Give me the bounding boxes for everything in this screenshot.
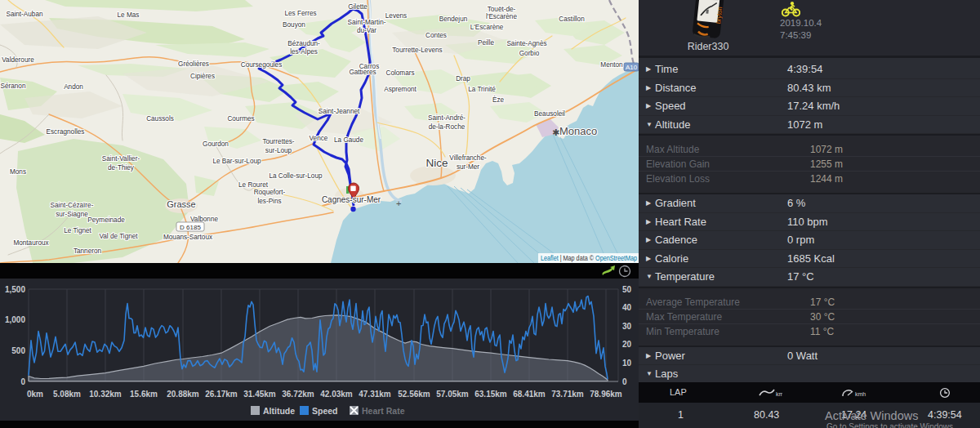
- svg-text:✱: ✱: [552, 127, 559, 137]
- svg-text:+: +: [396, 198, 401, 208]
- svg-text:Courmes: Courmes: [227, 115, 254, 123]
- svg-text:Speed: Speed: [312, 406, 338, 416]
- svg-text:Gourdon: Gourdon: [203, 140, 229, 148]
- svg-text:D 6185: D 6185: [180, 224, 201, 231]
- svg-text:Beausoleil: Beausoleil: [534, 110, 565, 118]
- svg-text:Saint-André-: Saint-André-: [428, 114, 466, 122]
- svg-text:Tourrettes-: Tourrettes-: [262, 138, 294, 145]
- svg-text:Heart Rate: Heart Rate: [362, 406, 405, 416]
- svg-text:Andon: Andon: [64, 83, 83, 91]
- svg-text:Séranon: Séranon: [1, 82, 26, 90]
- svg-text:Monaco: Monaco: [559, 125, 597, 137]
- svg-text:sur-Loup: sur-Loup: [265, 147, 292, 154]
- svg-text:du-Var: du-Var: [357, 27, 376, 34]
- svg-text:Vence: Vence: [310, 135, 328, 142]
- svg-text:Roquefort-: Roquefort-: [254, 189, 286, 196]
- svg-text:1,000: 1,000: [5, 315, 25, 324]
- svg-text:Gorbio: Gorbio: [519, 50, 540, 57]
- svg-text:Villefranche-: Villefranche-: [449, 154, 487, 162]
- svg-text:15.6km: 15.6km: [130, 390, 158, 399]
- svg-text:l'Escarène: l'Escarène: [486, 13, 517, 20]
- svg-text:Val de Tignet: Val de Tignet: [99, 233, 138, 240]
- svg-text:Drap: Drap: [456, 75, 470, 82]
- svg-text:Saint-Jeannet: Saint-Jeannet: [318, 108, 360, 115]
- svg-text:km: km: [776, 391, 782, 397]
- svg-text:Coursegoules: Coursegoules: [241, 61, 283, 69]
- svg-text:Levens: Levens: [385, 12, 407, 20]
- svg-text:1,500: 1,500: [5, 285, 25, 294]
- svg-text:500: 500: [11, 346, 25, 355]
- svg-text:Peille: Peille: [478, 39, 494, 47]
- svg-text:10: 10: [622, 359, 632, 368]
- svg-text:50: 50: [622, 285, 632, 294]
- svg-text:20.88km: 20.88km: [167, 390, 199, 399]
- svg-text:40: 40: [622, 303, 632, 312]
- svg-text:0: 0: [622, 377, 627, 386]
- svg-text:52.56km: 52.56km: [398, 390, 430, 399]
- svg-text:de-Thiey: de-Thiey: [108, 164, 135, 172]
- svg-text:Contes: Contes: [425, 32, 447, 39]
- svg-text:de-la-Roche: de-la-Roche: [429, 123, 466, 131]
- svg-text:Aspremont: Aspremont: [384, 86, 416, 93]
- svg-text:Cipières: Cipières: [190, 73, 215, 80]
- svg-text:les-Alpes: les-Alpes: [290, 48, 318, 56]
- svg-text:78.96km: 78.96km: [590, 390, 622, 399]
- svg-text:Cagnes-sur-Mer: Cagnes-sur-Mer: [322, 195, 381, 204]
- svg-text:Carros: Carros: [359, 63, 380, 70]
- svg-text:kmh: kmh: [855, 391, 866, 397]
- svg-text:Le Bar-sur-Loup: Le Bar-sur-Loup: [212, 158, 261, 165]
- svg-text:Touët-de-: Touët-de-: [488, 6, 516, 13]
- svg-text:Bendejun: Bendejun: [439, 16, 468, 23]
- svg-text:Castillon: Castillon: [559, 16, 585, 23]
- svg-text:Bouyon: Bouyon: [283, 21, 305, 29]
- svg-text:La Colle-sur-Loup: La Colle-sur-Loup: [269, 172, 323, 180]
- svg-text:0: 0: [20, 377, 25, 386]
- svg-text:47.31km: 47.31km: [359, 390, 391, 399]
- svg-text:Èze: Èze: [492, 96, 505, 104]
- svg-text:sur-Mer: sur-Mer: [457, 163, 479, 171]
- svg-text:Le Tignet: Le Tignet: [64, 227, 91, 234]
- svg-text:Bézaudun-: Bézaudun-: [287, 40, 320, 47]
- svg-text:A10: A10: [626, 64, 638, 71]
- svg-text:Valderoure: Valderoure: [2, 56, 34, 64]
- svg-text:Mouans-Sartoux: Mouans-Sartoux: [163, 234, 212, 241]
- svg-text:Montauroux: Montauroux: [13, 239, 48, 247]
- svg-text:68.41km: 68.41km: [513, 390, 546, 399]
- svg-text:Caussols: Caussols: [146, 115, 174, 123]
- svg-text:Peymeinade: Peymeinade: [87, 216, 125, 224]
- svg-text:sur-Siagne: sur-Siagne: [56, 211, 88, 218]
- svg-text:Saint-Cézaïre-: Saint-Cézaïre-: [51, 202, 94, 209]
- svg-text:30: 30: [622, 322, 632, 331]
- svg-text:Leaflet | Map data © OpenStree: Leaflet | Map data © OpenStreetMap: [541, 254, 637, 262]
- svg-text:La Trinité: La Trinité: [468, 86, 496, 93]
- svg-text:36.72km: 36.72km: [282, 390, 314, 399]
- svg-text:26.17km: 26.17km: [205, 390, 238, 399]
- svg-text:bryton: bryton: [715, 7, 724, 25]
- svg-text:73.71km: 73.71km: [551, 390, 584, 399]
- svg-text:Altitude: Altitude: [263, 406, 295, 416]
- svg-text:Le Rouret: Le Rouret: [238, 181, 269, 189]
- svg-text:42.03km: 42.03km: [320, 390, 353, 399]
- svg-text:Grasse: Grasse: [167, 199, 195, 209]
- svg-text:Nice: Nice: [425, 157, 448, 169]
- svg-text:57.05km: 57.05km: [436, 390, 469, 399]
- svg-text:La Gaude: La Gaude: [334, 136, 363, 144]
- svg-text:L'Escarène: L'Escarène: [470, 24, 504, 31]
- svg-text:31.45km: 31.45km: [243, 390, 276, 399]
- svg-text:Le Mas: Le Mas: [118, 11, 140, 19]
- svg-text:Menton: Menton: [600, 61, 623, 69]
- svg-text:Mons: Mons: [10, 168, 26, 176]
- svg-text:les-Pins: les-Pins: [257, 198, 281, 205]
- svg-text:5.08km: 5.08km: [53, 390, 81, 399]
- svg-text:Tourrette-Levens: Tourrette-Levens: [392, 47, 442, 54]
- svg-text:Saint-Martin-: Saint-Martin-: [348, 19, 386, 26]
- svg-text:Sainte-Agnès: Sainte-Agnès: [506, 40, 546, 47]
- svg-text:Tanneron: Tanneron: [74, 247, 102, 255]
- svg-text:Escragnolles: Escragnolles: [47, 128, 85, 136]
- svg-text:Colomars: Colomars: [385, 69, 414, 77]
- svg-text:Saint-Auban: Saint-Auban: [6, 11, 43, 18]
- svg-text:63.15km: 63.15km: [474, 390, 507, 399]
- svg-text:Saint-Vallier-: Saint-Vallier-: [102, 155, 140, 163]
- svg-text:0km: 0km: [27, 390, 43, 399]
- svg-text:Gréolières: Gréolières: [178, 60, 209, 68]
